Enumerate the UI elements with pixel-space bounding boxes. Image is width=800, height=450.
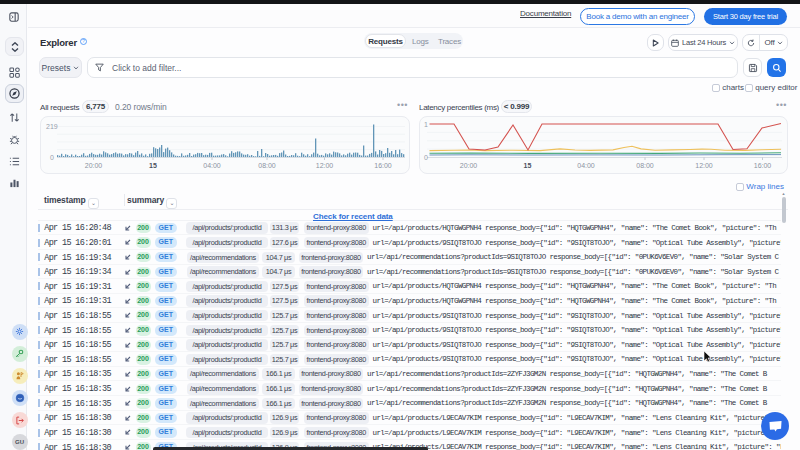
svg-text:?: ? — [82, 38, 85, 44]
